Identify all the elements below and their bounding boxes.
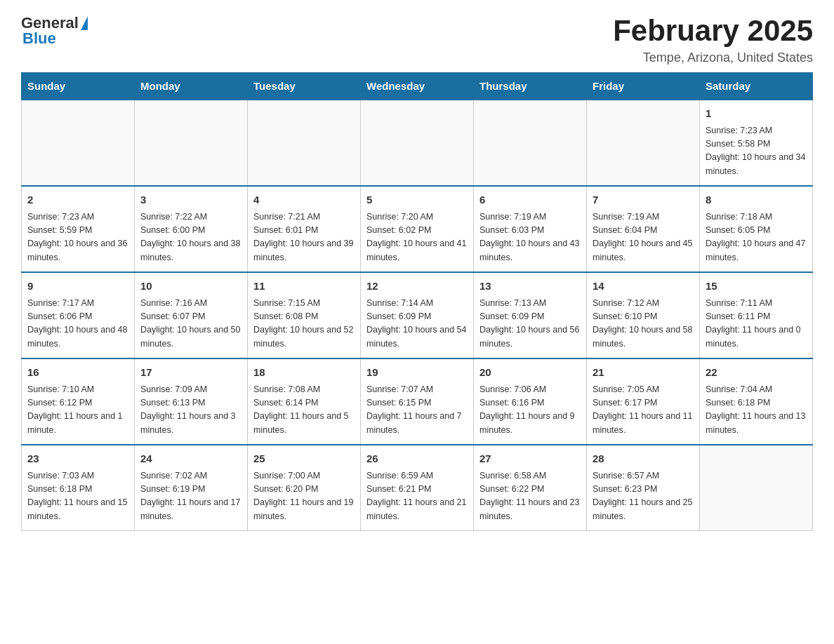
calendar-cell: 28Sunrise: 6:57 AMSunset: 6:23 PMDayligh… xyxy=(587,445,700,531)
day-number: 4 xyxy=(253,192,355,208)
weekday-header-tuesday: Tuesday xyxy=(248,73,361,100)
calendar-cell: 25Sunrise: 7:00 AMSunset: 6:20 PMDayligh… xyxy=(248,445,361,531)
calendar-cell: 10Sunrise: 7:16 AMSunset: 6:07 PMDayligh… xyxy=(135,272,248,358)
day-number: 3 xyxy=(140,192,241,208)
calendar-week-row: 23Sunrise: 7:03 AMSunset: 6:18 PMDayligh… xyxy=(22,445,813,531)
day-info: Sunrise: 7:23 AMSunset: 5:58 PMDaylight:… xyxy=(706,124,807,179)
day-info: Sunrise: 7:08 AMSunset: 6:14 PMDaylight:… xyxy=(253,383,355,438)
calendar-cell: 8Sunrise: 7:18 AMSunset: 6:05 PMDaylight… xyxy=(700,186,813,272)
calendar-cell xyxy=(587,100,700,186)
day-number: 20 xyxy=(479,365,581,381)
calendar-cell: 17Sunrise: 7:09 AMSunset: 6:13 PMDayligh… xyxy=(135,358,248,445)
day-info: Sunrise: 7:15 AMSunset: 6:08 PMDaylight:… xyxy=(253,297,355,351)
day-info: Sunrise: 7:05 AMSunset: 6:17 PMDaylight:… xyxy=(593,383,694,438)
day-number: 12 xyxy=(366,279,468,295)
calendar-cell: 21Sunrise: 7:05 AMSunset: 6:17 PMDayligh… xyxy=(587,358,700,445)
day-info: Sunrise: 7:16 AMSunset: 6:07 PMDaylight:… xyxy=(140,297,241,351)
logo-blue-text: Blue xyxy=(22,29,56,48)
calendar-cell: 7Sunrise: 7:19 AMSunset: 6:04 PMDaylight… xyxy=(587,186,700,272)
title-block: February 2025 Tempe, Arizona, United Sta… xyxy=(613,14,813,65)
day-info: Sunrise: 7:22 AMSunset: 6:00 PMDaylight:… xyxy=(140,210,241,265)
day-info: Sunrise: 6:58 AMSunset: 6:22 PMDaylight:… xyxy=(479,469,581,524)
weekday-header-saturday: Saturday xyxy=(700,73,813,100)
calendar-cell xyxy=(361,100,474,186)
calendar-cell: 20Sunrise: 7:06 AMSunset: 6:16 PMDayligh… xyxy=(474,358,587,445)
day-number: 24 xyxy=(140,451,241,467)
day-info: Sunrise: 7:04 AMSunset: 6:18 PMDaylight:… xyxy=(706,383,807,438)
day-info: Sunrise: 7:10 AMSunset: 6:12 PMDaylight:… xyxy=(27,383,128,438)
calendar-cell: 13Sunrise: 7:13 AMSunset: 6:09 PMDayligh… xyxy=(474,272,587,358)
calendar-cell: 11Sunrise: 7:15 AMSunset: 6:08 PMDayligh… xyxy=(248,272,361,358)
calendar-cell xyxy=(474,100,587,186)
day-info: Sunrise: 7:11 AMSunset: 6:11 PMDaylight:… xyxy=(706,297,807,351)
calendar-week-row: 2Sunrise: 7:23 AMSunset: 5:59 PMDaylight… xyxy=(22,186,813,272)
day-number: 17 xyxy=(140,365,241,381)
calendar-cell: 26Sunrise: 6:59 AMSunset: 6:21 PMDayligh… xyxy=(361,445,474,531)
day-number: 18 xyxy=(253,365,355,381)
day-number: 14 xyxy=(593,279,694,295)
day-number: 22 xyxy=(706,365,807,381)
day-info: Sunrise: 7:21 AMSunset: 6:01 PMDaylight:… xyxy=(253,210,355,265)
day-info: Sunrise: 7:18 AMSunset: 6:05 PMDaylight:… xyxy=(706,210,807,265)
day-number: 27 xyxy=(479,451,581,467)
weekday-header-wednesday: Wednesday xyxy=(361,73,474,100)
day-info: Sunrise: 7:14 AMSunset: 6:09 PMDaylight:… xyxy=(366,297,468,351)
day-number: 2 xyxy=(27,192,128,208)
calendar-cell xyxy=(135,100,248,186)
day-number: 28 xyxy=(593,451,694,467)
calendar-week-row: 1Sunrise: 7:23 AMSunset: 5:58 PMDaylight… xyxy=(22,100,813,186)
weekday-header-thursday: Thursday xyxy=(474,73,587,100)
day-number: 26 xyxy=(366,451,468,467)
day-number: 25 xyxy=(253,451,355,467)
day-info: Sunrise: 7:19 AMSunset: 6:04 PMDaylight:… xyxy=(593,210,694,265)
weekday-header-sunday: Sunday xyxy=(22,73,135,100)
calendar-cell xyxy=(700,445,813,531)
day-number: 10 xyxy=(140,279,241,295)
day-info: Sunrise: 7:17 AMSunset: 6:06 PMDaylight:… xyxy=(27,297,128,351)
day-info: Sunrise: 7:07 AMSunset: 6:15 PMDaylight:… xyxy=(366,383,468,438)
day-number: 13 xyxy=(479,279,581,295)
day-number: 1 xyxy=(706,106,807,122)
day-number: 5 xyxy=(366,192,468,208)
calendar-cell: 12Sunrise: 7:14 AMSunset: 6:09 PMDayligh… xyxy=(361,272,474,358)
day-info: Sunrise: 7:19 AMSunset: 6:03 PMDaylight:… xyxy=(479,210,581,265)
calendar-cell: 1Sunrise: 7:23 AMSunset: 5:58 PMDaylight… xyxy=(700,100,813,186)
day-number: 7 xyxy=(593,192,694,208)
calendar-cell: 6Sunrise: 7:19 AMSunset: 6:03 PMDaylight… xyxy=(474,186,587,272)
calendar-cell: 9Sunrise: 7:17 AMSunset: 6:06 PMDaylight… xyxy=(22,272,135,358)
day-number: 21 xyxy=(593,365,694,381)
day-number: 6 xyxy=(479,192,581,208)
day-number: 9 xyxy=(27,279,128,295)
location-title: Tempe, Arizona, United States xyxy=(613,51,813,65)
calendar-table: SundayMondayTuesdayWednesdayThursdayFrid… xyxy=(21,72,813,531)
calendar-week-row: 16Sunrise: 7:10 AMSunset: 6:12 PMDayligh… xyxy=(22,358,813,445)
day-info: Sunrise: 7:20 AMSunset: 6:02 PMDaylight:… xyxy=(366,210,468,265)
calendar-cell: 24Sunrise: 7:02 AMSunset: 6:19 PMDayligh… xyxy=(135,445,248,531)
day-info: Sunrise: 7:00 AMSunset: 6:20 PMDaylight:… xyxy=(253,469,355,524)
day-info: Sunrise: 7:06 AMSunset: 6:16 PMDaylight:… xyxy=(479,383,581,438)
weekday-header-monday: Monday xyxy=(135,73,248,100)
day-info: Sunrise: 7:09 AMSunset: 6:13 PMDaylight:… xyxy=(140,383,241,438)
day-number: 19 xyxy=(366,365,468,381)
day-info: Sunrise: 7:23 AMSunset: 5:59 PMDaylight:… xyxy=(27,210,128,265)
calendar-cell: 15Sunrise: 7:11 AMSunset: 6:11 PMDayligh… xyxy=(700,272,813,358)
weekday-header-friday: Friday xyxy=(587,73,700,100)
calendar-cell: 4Sunrise: 7:21 AMSunset: 6:01 PMDaylight… xyxy=(248,186,361,272)
day-number: 15 xyxy=(706,279,807,295)
logo: General Blue xyxy=(21,14,88,48)
day-info: Sunrise: 6:57 AMSunset: 6:23 PMDaylight:… xyxy=(593,469,694,524)
calendar-cell: 27Sunrise: 6:58 AMSunset: 6:22 PMDayligh… xyxy=(474,445,587,531)
calendar-cell: 22Sunrise: 7:04 AMSunset: 6:18 PMDayligh… xyxy=(700,358,813,445)
day-number: 23 xyxy=(27,451,128,467)
calendar-cell: 16Sunrise: 7:10 AMSunset: 6:12 PMDayligh… xyxy=(22,358,135,445)
day-number: 11 xyxy=(253,279,355,295)
calendar-cell: 19Sunrise: 7:07 AMSunset: 6:15 PMDayligh… xyxy=(361,358,474,445)
day-info: Sunrise: 6:59 AMSunset: 6:21 PMDaylight:… xyxy=(366,469,468,524)
weekday-header-row: SundayMondayTuesdayWednesdayThursdayFrid… xyxy=(22,73,813,100)
calendar-cell: 18Sunrise: 7:08 AMSunset: 6:14 PMDayligh… xyxy=(248,358,361,445)
day-number: 8 xyxy=(706,192,807,208)
calendar-week-row: 9Sunrise: 7:17 AMSunset: 6:06 PMDaylight… xyxy=(22,272,813,358)
page-header: General Blue February 2025 Tempe, Arizon… xyxy=(21,14,813,65)
day-info: Sunrise: 7:13 AMSunset: 6:09 PMDaylight:… xyxy=(479,297,581,351)
calendar-cell xyxy=(22,100,135,186)
